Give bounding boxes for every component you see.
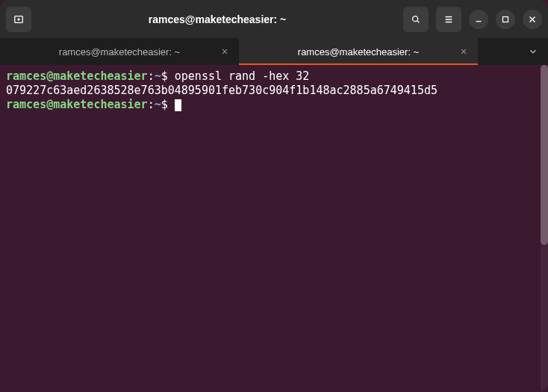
prompt-dollar: $ — [161, 98, 175, 111]
cursor — [175, 99, 181, 111]
prompt-line: ramces@maketecheasier:~$ openssl rand -h… — [6, 69, 542, 84]
svg-point-3 — [413, 16, 418, 21]
svg-rect-9 — [503, 16, 508, 22]
tab-overflow-button[interactable] — [518, 38, 548, 65]
prompt-dollar: $ — [161, 69, 175, 83]
prompt-user: ramces@maketecheasier — [6, 98, 148, 111]
prompt-path: ~ — [155, 69, 161, 83]
terminal-area[interactable]: ramces@maketecheasier:~$ openssl rand -h… — [0, 65, 548, 392]
prompt-sep: : — [148, 98, 155, 111]
tab-0[interactable]: ramces@maketecheasier: ~ × — [0, 38, 239, 65]
search-button[interactable] — [403, 7, 429, 32]
tab-close-icon[interactable]: × — [457, 45, 470, 58]
titlebar: ramces@maketecheasier: ~ — [0, 0, 548, 38]
window-title: ramces@maketecheasier: ~ — [36, 13, 399, 25]
scrollbar[interactable] — [541, 65, 548, 392]
scrollbar-thumb[interactable] — [541, 65, 548, 245]
output-line: 079227c63aed2638528e763b04895901feb730c9… — [6, 84, 542, 98]
prompt-sep: : — [148, 69, 155, 83]
tab-label: ramces@maketecheasier: ~ — [59, 46, 180, 57]
tab-close-icon[interactable]: × — [218, 45, 231, 58]
new-tab-button[interactable] — [6, 7, 31, 32]
tab-1[interactable]: ramces@maketecheasier: ~ × — [239, 38, 478, 65]
svg-line-4 — [417, 20, 420, 22]
prompt-path: ~ — [155, 98, 161, 111]
prompt-user: ramces@maketecheasier — [6, 69, 148, 83]
menu-button[interactable] — [436, 7, 461, 32]
prompt-line: ramces@maketecheasier:~$ — [6, 98, 542, 112]
close-button[interactable] — [523, 10, 542, 29]
maximize-button[interactable] — [496, 10, 515, 29]
tabbar: ramces@maketecheasier: ~ × ramces@makete… — [0, 38, 548, 65]
tab-label: ramces@maketecheasier: ~ — [298, 46, 419, 57]
command-text: openssl rand -hex 32 — [175, 69, 310, 83]
minimize-button[interactable] — [469, 10, 488, 29]
